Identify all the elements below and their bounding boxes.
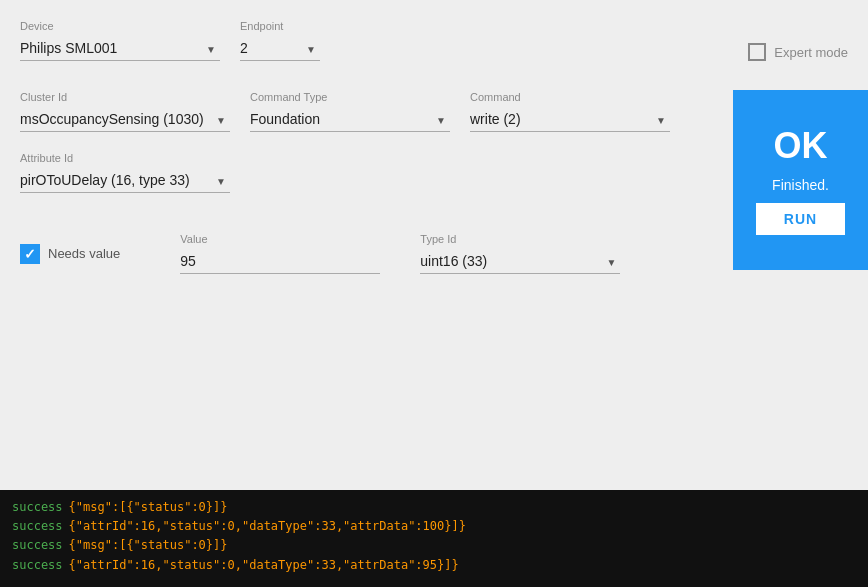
needs-value-group: ✓ Needs value <box>20 244 120 264</box>
cluster-id-select[interactable]: msOccupancySensing (1030) <box>20 107 230 132</box>
console-json-1: {"msg":[{"status":0}]} <box>69 498 228 517</box>
expert-mode-checkbox[interactable] <box>748 43 766 61</box>
value-label: Value <box>180 233 380 245</box>
ok-finished: Finished. <box>772 177 829 193</box>
console-json-4: {"attrId":16,"status":0,"dataType":33,"a… <box>69 556 459 575</box>
console-status-2: success <box>12 517 63 536</box>
console-line-4: success {"attrId":16,"status":0,"dataTyp… <box>12 556 856 575</box>
device-group: Device Philips SML001 <box>20 20 220 61</box>
row-value-typeid: ✓ Needs value Value Type Id uint16 (33) <box>20 233 848 274</box>
console-json-2: {"attrId":16,"status":0,"dataType":33,"a… <box>69 517 466 536</box>
row-device-endpoint: Device Philips SML001 Endpoint 2 Expert … <box>20 20 848 61</box>
attribute-id-label: Attribute Id <box>20 152 230 164</box>
endpoint-label: Endpoint <box>240 20 320 32</box>
run-button[interactable]: RUN <box>756 203 845 235</box>
cluster-id-select-wrapper[interactable]: msOccupancySensing (1030) <box>20 107 230 132</box>
endpoint-select[interactable]: 2 <box>240 36 320 61</box>
attribute-id-select-wrapper[interactable]: pirOToUDelay (16, type 33) <box>20 168 230 193</box>
console-status-1: success <box>12 498 63 517</box>
console-status-4: success <box>12 556 63 575</box>
device-select[interactable]: Philips SML001 <box>20 36 220 61</box>
row-attribute: Attribute Id pirOToUDelay (16, type 33) <box>20 152 848 193</box>
command-select-wrapper[interactable]: write (2) <box>470 107 670 132</box>
checkmark-icon: ✓ <box>24 246 36 262</box>
console-line-1: success {"msg":[{"status":0}]} <box>12 498 856 517</box>
cluster-id-group: Cluster Id msOccupancySensing (1030) <box>20 91 230 132</box>
console: success {"msg":[{"status":0}]} success {… <box>0 490 868 587</box>
endpoint-select-wrapper[interactable]: 2 <box>240 36 320 61</box>
console-line-3: success {"msg":[{"status":0}]} <box>12 536 856 555</box>
console-json-3: {"msg":[{"status":0}]} <box>69 536 228 555</box>
endpoint-group: Endpoint 2 <box>240 20 320 61</box>
command-label: Command <box>470 91 670 103</box>
device-select-wrapper[interactable]: Philips SML001 <box>20 36 220 61</box>
expert-mode-label: Expert mode <box>774 45 848 60</box>
command-type-select-wrapper[interactable]: Foundation <box>250 107 450 132</box>
console-line-2: success {"attrId":16,"status":0,"dataTyp… <box>12 517 856 536</box>
row-cluster-command: Cluster Id msOccupancySensing (1030) Com… <box>20 91 848 132</box>
command-select[interactable]: write (2) <box>470 107 670 132</box>
attribute-id-select[interactable]: pirOToUDelay (16, type 33) <box>20 168 230 193</box>
device-label: Device <box>20 20 220 32</box>
command-type-label: Command Type <box>250 91 450 103</box>
value-group: Value <box>180 233 380 274</box>
type-id-group: Type Id uint16 (33) <box>420 233 620 274</box>
attribute-id-group: Attribute Id pirOToUDelay (16, type 33) <box>20 152 230 193</box>
value-input[interactable] <box>180 249 380 274</box>
console-status-3: success <box>12 536 63 555</box>
main-panel: Device Philips SML001 Endpoint 2 Expert … <box>0 0 868 490</box>
needs-value-checkbox[interactable]: ✓ <box>20 244 40 264</box>
needs-value-label: Needs value <box>48 246 120 261</box>
ok-panel: OK Finished. RUN <box>733 90 868 270</box>
type-id-select[interactable]: uint16 (33) <box>420 249 620 274</box>
command-group: Command write (2) <box>470 91 670 132</box>
command-type-group: Command Type Foundation <box>250 91 450 132</box>
type-id-select-wrapper[interactable]: uint16 (33) <box>420 249 620 274</box>
command-type-select[interactable]: Foundation <box>250 107 450 132</box>
cluster-id-label: Cluster Id <box>20 91 230 103</box>
type-id-label: Type Id <box>420 233 620 245</box>
expert-mode-group: Expert mode <box>748 43 848 61</box>
ok-title: OK <box>774 125 828 167</box>
